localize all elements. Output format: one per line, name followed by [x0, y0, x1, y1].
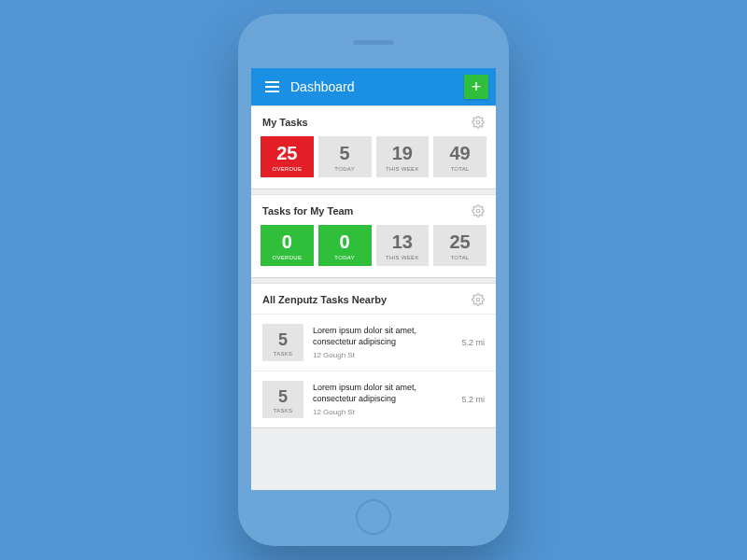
task-count: 5 [264, 331, 302, 348]
list-item[interactable]: 5TASKSLorem ipsum dolor sit amet, consec… [251, 314, 496, 371]
stat-tile-total[interactable]: 25TOTAL [433, 225, 486, 266]
stat-label: TOTAL [435, 166, 485, 172]
stat-value: 49 [435, 144, 485, 162]
task-count-tile: 5TASKS [262, 324, 303, 361]
stat-label: TOTAL [435, 255, 485, 260]
stat-tile-today[interactable]: 5TODAY [318, 136, 372, 177]
stat-value: 5 [320, 144, 370, 162]
app-bar: Dashboard + [251, 68, 496, 105]
list-item-distance: 5.2 mi [461, 338, 485, 347]
stat-tile-today[interactable]: 0TODAY [318, 225, 372, 266]
card-title: My Tasks [262, 117, 308, 128]
card-title: Tasks for My Team [262, 205, 353, 217]
stat-tile-this-week[interactable]: 19THIS WEEK [376, 136, 430, 177]
menu-icon[interactable] [259, 74, 285, 100]
list-item-address: 12 Gough St [313, 351, 452, 359]
svg-point-1 [476, 209, 480, 213]
list-item-desc: Lorem ipsum dolor sit amet, consectetur … [313, 326, 452, 347]
stat-value: 0 [262, 232, 312, 251]
stat-value: 25 [435, 232, 485, 251]
gear-icon[interactable] [472, 293, 485, 306]
list-item-info: Lorem ipsum dolor sit amet, consectetur … [313, 383, 452, 415]
page-title: Dashboard [290, 79, 464, 94]
my-tasks-card: My Tasks 25OVERDUE5TODAY19THIS WEEK49TOT… [251, 105, 496, 189]
card-header: Tasks for My Team [251, 195, 496, 225]
stat-label: TODAY [320, 255, 370, 260]
stat-value: 0 [320, 232, 370, 251]
phone-speaker [353, 40, 394, 45]
stat-tile-total[interactable]: 49TOTAL [433, 136, 486, 177]
gear-icon[interactable] [472, 204, 485, 217]
task-count-label: TASKS [264, 351, 302, 357]
task-count-label: TASKS [264, 408, 302, 413]
content-scroll[interactable]: My Tasks 25OVERDUE5TODAY19THIS WEEK49TOT… [251, 105, 496, 490]
stat-label: THIS WEEK [378, 255, 428, 260]
stat-value: 13 [378, 232, 428, 251]
list-item-address: 12 Gough St [313, 408, 452, 416]
stats-row: 25OVERDUE5TODAY19THIS WEEK49TOTAL [251, 136, 496, 189]
stat-label: THIS WEEK [378, 166, 428, 172]
team-tasks-card: Tasks for My Team 0OVERDUE0TODAY13THIS W… [251, 194, 496, 278]
card-title: All Zenputz Tasks Nearby [262, 294, 387, 305]
stat-tile-overdue[interactable]: 25OVERDUE [261, 136, 314, 177]
plus-icon: + [472, 78, 482, 95]
stat-tile-this-week[interactable]: 13THIS WEEK [376, 225, 430, 266]
phone-home-button [356, 499, 391, 535]
list-item[interactable]: 5TASKSLorem ipsum dolor sit amet, consec… [251, 371, 496, 427]
task-count-tile: 5TASKS [262, 381, 303, 418]
nearby-tasks-card: All Zenputz Tasks Nearby 5TASKSLorem ips… [251, 283, 496, 428]
task-count: 5 [264, 388, 302, 405]
card-header: All Zenputz Tasks Nearby [251, 284, 496, 314]
stat-value: 25 [262, 144, 312, 162]
card-header: My Tasks [251, 106, 496, 136]
app-screen: Dashboard + My Tasks 25OVERDUE5TODAY19TH… [251, 68, 496, 490]
stat-tile-overdue[interactable]: 0OVERDUE [261, 225, 314, 266]
stat-label: TODAY [320, 166, 370, 172]
svg-point-2 [476, 298, 480, 301]
list-item-desc: Lorem ipsum dolor sit amet, consectetur … [313, 383, 452, 404]
nearby-list: 5TASKSLorem ipsum dolor sit amet, consec… [251, 314, 496, 427]
gear-icon[interactable] [472, 116, 485, 129]
add-button[interactable]: + [464, 75, 488, 99]
stat-value: 19 [378, 144, 428, 162]
list-item-distance: 5.2 mi [461, 395, 485, 404]
stat-label: OVERDUE [262, 255, 312, 260]
stat-label: OVERDUE [262, 166, 312, 172]
svg-point-0 [476, 120, 480, 124]
list-item-info: Lorem ipsum dolor sit amet, consectetur … [313, 326, 452, 358]
phone-frame: Dashboard + My Tasks 25OVERDUE5TODAY19TH… [238, 14, 509, 546]
stats-row: 0OVERDUE0TODAY13THIS WEEK25TOTAL [251, 225, 496, 277]
